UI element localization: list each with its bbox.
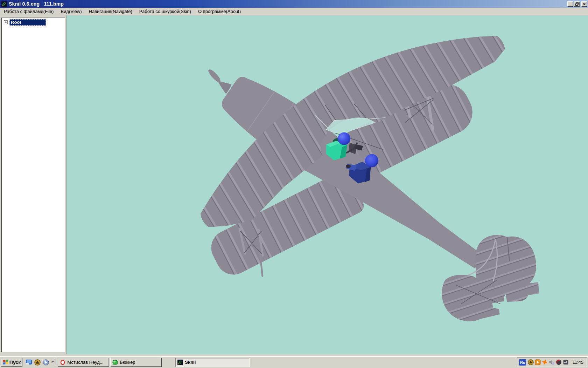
- propeller: [208, 69, 232, 94]
- menu-skin[interactable]: Работа со шкуркой(Skin): [136, 8, 195, 15]
- menu-file[interactable]: Работа с файлами(File): [0, 8, 57, 15]
- windows-logo-icon: [3, 360, 8, 365]
- start-button[interactable]: Пуск: [1, 358, 22, 367]
- restore-icon: [575, 2, 579, 6]
- window-title: Sknil 0.6.eng 111.bmp: [9, 1, 567, 7]
- daemon-tools-icon[interactable]: [34, 359, 41, 366]
- tree-item-root[interactable]: + Root: [1, 19, 65, 25]
- app-window: Sknil 0.6.eng 111.bmp _ × Работа с файла…: [0, 0, 588, 356]
- volume-icon[interactable]: [549, 359, 555, 365]
- clock: 11:45: [572, 360, 583, 365]
- menu-view[interactable]: Вид(View): [57, 8, 85, 15]
- taskbar-button-opera[interactable]: Мстислав Неуд...: [58, 358, 109, 367]
- avast-antivirus-icon[interactable]: [542, 359, 548, 365]
- tree-panel[interactable]: + Root: [1, 18, 65, 352]
- tree-item-label[interactable]: Root: [9, 19, 46, 26]
- antivirus-ball-icon[interactable]: [556, 359, 562, 365]
- sknil-app-icon: [1, 1, 7, 7]
- rear-pilot-head: [365, 154, 378, 168]
- airplane-model: [175, 15, 539, 321]
- show-desktop-icon[interactable]: [25, 359, 33, 366]
- system-utility-icon[interactable]: [563, 359, 569, 365]
- taskbar-button-sknil[interactable]: Sknil: [175, 358, 250, 367]
- taskbar-button-bukker[interactable]: Бюккер: [110, 358, 162, 367]
- title-bar[interactable]: Sknil 0.6.eng 111.bmp _ ×: [0, 0, 588, 8]
- restore-button[interactable]: [574, 1, 580, 7]
- front-pilot-head: [338, 132, 350, 145]
- sknil-app-icon: [177, 360, 183, 365]
- menu-about[interactable]: О программе(About): [195, 8, 244, 15]
- media-play-tray-icon[interactable]: [535, 359, 541, 365]
- bukker-app-icon: [112, 360, 118, 365]
- expand-icon[interactable]: +: [4, 20, 8, 24]
- media-player-icon[interactable]: [42, 359, 49, 366]
- overflow-chevron[interactable]: »: [51, 359, 54, 364]
- close-button[interactable]: ×: [581, 1, 587, 7]
- minimize-button[interactable]: _: [567, 1, 573, 7]
- sidebar: + Root: [0, 15, 66, 354]
- menu-navigate[interactable]: Навигация(Navigate): [85, 8, 136, 15]
- screen: Sknil 0.6.eng 111.bmp _ × Работа с файла…: [0, 0, 588, 368]
- menu-bar: Работа с файлами(File) Вид(View) Навигац…: [0, 8, 588, 15]
- system-tray: Ru: [517, 357, 587, 367]
- model-canvas[interactable]: [66, 15, 588, 354]
- quick-launch: »: [25, 359, 54, 366]
- opera-icon: [60, 360, 65, 365]
- taskbar-divider: [56, 358, 56, 367]
- language-indicator[interactable]: Ru: [519, 359, 526, 366]
- model-viewport[interactable]: [66, 15, 588, 354]
- daemon-tools-tray-icon[interactable]: [528, 359, 534, 365]
- taskbar: Пуск: [0, 356, 588, 368]
